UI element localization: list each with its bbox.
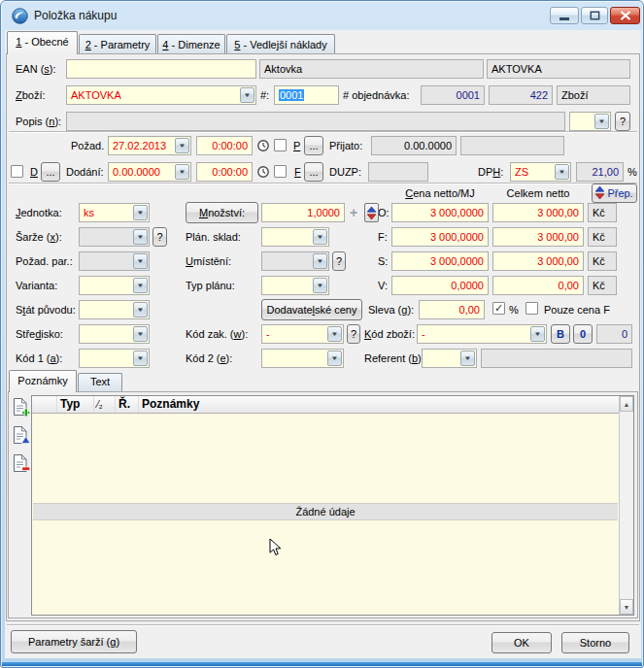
pozad-par-combo[interactable]: ▼ (79, 251, 150, 271)
varianta-label: Varianta: (16, 276, 57, 295)
chevron-down-icon[interactable]: ▼ (133, 351, 148, 366)
dodani-checkbox[interactable] (11, 165, 23, 178)
sarze-combo[interactable]: ▼ (79, 227, 150, 247)
jednotka-combo[interactable]: ks ▼ (79, 203, 150, 222)
typ-planu-combo[interactable]: ▼ (261, 276, 329, 295)
pouze-cena-f-checkbox[interactable] (525, 302, 538, 315)
chevron-down-icon[interactable]: ▼ (327, 351, 342, 366)
chevron-down-icon[interactable]: ▼ (133, 326, 148, 342)
add-note-icon[interactable] (11, 397, 30, 417)
parametry-sarzi-button[interactable]: Parametry šarží (g) (11, 630, 137, 653)
varianta-combo[interactable]: ▼ (79, 276, 150, 295)
pozad-date-combo[interactable]: 27.02.2013 ▼ (108, 136, 191, 155)
fakturace-checkbox[interactable] (274, 165, 287, 178)
plan-sklad-combo[interactable]: ▼ (261, 227, 329, 247)
kod2-combo[interactable]: ▼ (261, 349, 344, 368)
price-unit-input[interactable]: 3 000,0000 (391, 203, 489, 222)
chevron-down-icon[interactable]: ▼ (133, 302, 148, 317)
chevron-down-icon[interactable]: ▼ (133, 278, 148, 293)
pozad-time-input[interactable]: 0:00:00 (196, 136, 253, 155)
kod-zbozi-combo[interactable]: - ▼ (417, 324, 547, 344)
kod1-combo[interactable]: ▼ (79, 349, 150, 368)
minimize-button[interactable] (550, 7, 579, 24)
scroll-up-button[interactable]: ▲ (620, 396, 633, 412)
referent-combo[interactable]: ▼ (422, 349, 477, 368)
tab-obecne[interactable]: 1 - Obecné (7, 31, 78, 54)
kod-zak-help-button[interactable]: ? (347, 324, 360, 344)
popis-combo[interactable]: ▼ (569, 112, 611, 131)
sarze-help-button[interactable]: ? (153, 227, 167, 247)
umisteni-combo[interactable]: ▼ (261, 251, 329, 271)
chevron-down-icon[interactable]: ▼ (133, 253, 148, 269)
price-unit-input[interactable]: 3 000,0000 (391, 227, 489, 247)
chevron-down-icon[interactable]: ▼ (555, 164, 569, 180)
chevron-down-icon[interactable]: ▼ (133, 229, 148, 245)
clock-icon[interactable] (256, 165, 270, 179)
restore-button[interactable] (581, 7, 608, 24)
storno-button[interactable]: Storno (561, 632, 629, 653)
grid-col-blank[interactable] (32, 396, 57, 413)
fakturace-ellipsis-button[interactable]: ... (304, 162, 323, 182)
grid-col-poznamky[interactable]: Poznámky (139, 396, 619, 413)
chevron-down-icon[interactable]: ▼ (313, 278, 327, 293)
hash-input[interactable]: 0001 (274, 85, 339, 105)
mnozstvi-button[interactable]: Množství: (186, 202, 258, 223)
chevron-down-icon[interactable]: ▼ (240, 87, 254, 103)
ean-input[interactable] (66, 59, 256, 79)
notes-grid[interactable]: Typ ⁄₂ Ř. Poznámky Žádné údaje ▲ ▼ (31, 395, 634, 616)
prepocet-button[interactable]: Přep. (592, 184, 637, 203)
grid-col-sort-icon[interactable]: ⁄₂ (94, 396, 116, 413)
sleva-input[interactable]: 0,00 (419, 300, 485, 319)
scroll-down-button[interactable]: ▼ (620, 599, 633, 615)
stat-puvodu-combo[interactable]: ▼ (79, 300, 150, 319)
dodavatelske-ceny-button[interactable]: Dodavatelské ceny (261, 299, 362, 320)
separator (9, 183, 637, 184)
subtab-poznamky[interactable]: Poznámky (9, 370, 77, 392)
price-unit-input[interactable]: 3 000,0000 (391, 251, 489, 271)
ok-button[interactable]: OK (491, 632, 552, 653)
tab-dimenze[interactable]: 4 - Dimenze (157, 34, 225, 53)
grid-col-typ[interactable]: Typ (57, 396, 94, 413)
titlebar[interactable]: Položka nákupu (1, 1, 643, 30)
chevron-down-icon[interactable]: ▼ (594, 114, 609, 129)
percent-checkbox[interactable]: ✓ (492, 302, 505, 315)
chevron-down-icon[interactable]: ▼ (460, 351, 475, 366)
b-button[interactable]: B (551, 324, 570, 344)
dodani-time-input[interactable]: 0:00:00 (196, 162, 253, 182)
price-total-input[interactable]: 3 000,00 (492, 251, 584, 271)
zero-button[interactable]: 0 (573, 324, 593, 344)
chevron-down-icon[interactable]: ▼ (175, 138, 189, 153)
vertical-scrollbar[interactable]: ▲ ▼ (619, 396, 633, 615)
chevron-down-icon[interactable]: ▼ (313, 253, 327, 269)
dph-combo[interactable]: ZS ▼ (510, 162, 571, 182)
price-total-input[interactable]: 0,00 (492, 276, 584, 295)
chevron-down-icon[interactable]: ▼ (327, 326, 342, 342)
quantity-input[interactable]: 1,0000 (261, 203, 345, 222)
unit-price-spinner[interactable] (364, 203, 379, 222)
chevron-down-icon[interactable]: ▼ (175, 164, 189, 180)
zbozi-combo[interactable]: AKTOVKA ▼ (66, 85, 256, 105)
delete-note-icon[interactable] (11, 453, 30, 473)
price-total-input[interactable]: 3 000,00 (492, 203, 584, 222)
price-total-input[interactable]: 3 000,00 (492, 227, 584, 247)
grid-col-radek[interactable]: Ř. (116, 396, 139, 413)
popis-help-button[interactable]: ? (615, 112, 630, 131)
chevron-down-icon[interactable]: ▼ (313, 229, 327, 245)
umisteni-help-button[interactable]: ? (332, 251, 346, 271)
chevron-down-icon[interactable]: ▼ (133, 205, 148, 220)
price-unit-input[interactable]: 0,0000 (391, 276, 489, 295)
clock-icon[interactable] (256, 139, 270, 152)
dodani-date-combo[interactable]: 0.00.0000 ▼ (108, 162, 191, 182)
subtab-text[interactable]: Text (78, 373, 122, 391)
stredisko-combo[interactable]: ▼ (79, 324, 150, 344)
pozad-ellipsis-button[interactable]: ... (304, 136, 323, 155)
chevron-down-icon[interactable]: ▼ (530, 326, 545, 342)
dodani-ellipsis-button[interactable]: ... (41, 162, 60, 182)
close-button[interactable] (610, 7, 640, 24)
kod-zak-combo[interactable]: - ▼ (261, 324, 344, 344)
typ-planu-label: Typ plánu: (186, 276, 235, 295)
tab-parametry[interactable]: 2 - Parametry (79, 34, 156, 53)
tab-vedlejsi-naklady[interactable]: 5 - Vedlejší náklady (226, 34, 335, 53)
edit-note-icon[interactable] (11, 425, 30, 445)
pozad-checkbox[interactable] (274, 139, 287, 151)
